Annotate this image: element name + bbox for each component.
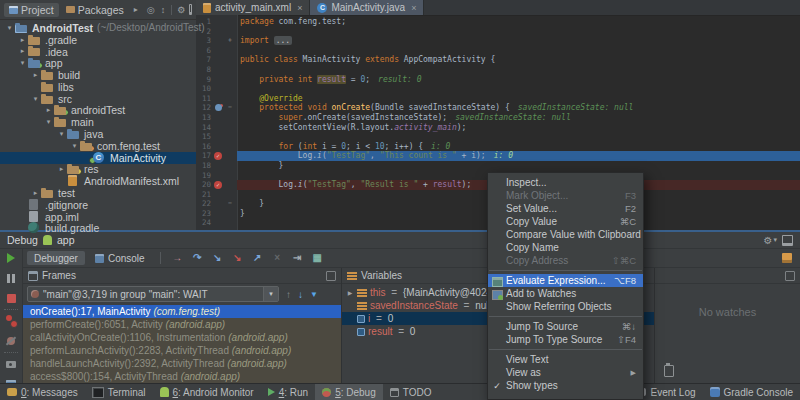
thread-dump-button[interactable] xyxy=(5,358,17,370)
editor-tab-activity-main-xml[interactable]: activity_main.xml × xyxy=(196,0,310,15)
tree-item-app-iml[interactable]: app.iml xyxy=(0,211,196,223)
tree-item-androidmanifest-xml[interactable]: AndroidManifest.xml xyxy=(0,175,196,187)
next-frame-button[interactable]: ↓ xyxy=(298,289,303,300)
float-panel-icon[interactable] xyxy=(326,271,336,281)
class-icon xyxy=(93,153,106,163)
previous-frame-button[interactable]: ↑ xyxy=(286,289,291,300)
step-into-button[interactable]: ↘ xyxy=(209,251,226,265)
project-view-icon xyxy=(9,6,18,14)
view-breakpoints-button[interactable] xyxy=(5,315,17,327)
run-to-cursor-button[interactable]: ⇥ xyxy=(289,251,306,265)
evaluate-expression-button[interactable]: ▦ xyxy=(309,251,326,265)
restore-layout-icon[interactable] xyxy=(782,253,792,263)
debug-icon xyxy=(322,388,331,397)
drop-frame-button[interactable]: × xyxy=(269,251,286,265)
toolbar-divider xyxy=(160,252,161,264)
float-panel-icon[interactable] xyxy=(785,271,795,281)
tree-item-build-gradle[interactable]: build.gradle xyxy=(0,223,196,235)
gear-icon[interactable]: ⚙ xyxy=(175,5,187,15)
strip-separator xyxy=(4,309,18,310)
object-icon xyxy=(357,302,367,310)
tree-item-gradle[interactable]: ▸.gradle xyxy=(0,34,196,46)
tree-item-build[interactable]: ▸build xyxy=(0,69,196,81)
tree-item-mainactivity[interactable]: MainActivity xyxy=(0,152,196,164)
tree-item-androidtest[interactable]: ▾AndroidTest (~/Desktop/AndroidTest) xyxy=(0,22,196,34)
run-icon xyxy=(268,388,275,396)
android-icon xyxy=(43,235,52,245)
statusbar-item-gradle-console[interactable]: Gradle Console xyxy=(703,384,800,400)
step-over-button[interactable]: ↷ xyxy=(189,251,206,265)
pause-program-button[interactable] xyxy=(5,272,17,284)
filter-frames-icon[interactable]: ▼ xyxy=(310,290,318,299)
menu-item-compare-value-with-clipboard[interactable]: Compare Value with Clipboard xyxy=(488,228,643,241)
code-line-13: 13 super.onCreate(savedInstanceState);sa… xyxy=(196,113,800,123)
statusbar-item-4-run[interactable]: 4: Run xyxy=(261,384,315,400)
menu-separator xyxy=(489,316,642,317)
statusbar-item-5-debug[interactable]: 5: Debug xyxy=(315,384,383,400)
statusbar-item-6-android-monitor[interactable]: 6: Android Monitor xyxy=(153,384,261,400)
paste-watch-icon[interactable] xyxy=(664,365,674,377)
force-step-into-button[interactable]: ↘ xyxy=(229,251,246,265)
frame-row[interactable]: performCreate():6051, Activity (android.… xyxy=(23,318,341,331)
tab-console[interactable]: Console xyxy=(88,251,152,265)
tree-item-test[interactable]: ▸test xyxy=(0,187,196,199)
menu-item-copy-name[interactable]: Copy Name xyxy=(488,241,643,254)
thread-selector[interactable]: "main"@3,719 in group "main": WAIT ▾ xyxy=(27,286,279,302)
tree-item-main[interactable]: ▾main xyxy=(0,116,196,128)
hide-panel-icon[interactable] xyxy=(189,4,192,15)
debug-app-label: app xyxy=(57,234,75,246)
tab-packages[interactable]: Packages xyxy=(61,3,129,17)
editor-tab-mainactivity-java[interactable]: MainActivity.java × xyxy=(310,0,424,15)
stop-button[interactable] xyxy=(5,292,17,304)
hide-debug-panel-icon[interactable] xyxy=(782,235,793,246)
tree-item-libs[interactable]: libs xyxy=(0,81,196,93)
frame-row[interactable]: performLaunchActivity():2283, ActivityTh… xyxy=(23,344,341,357)
frame-row[interactable]: access$800():154, ActivityThread (androi… xyxy=(23,370,341,383)
menu-item-copy-value[interactable]: Copy Value⌘C xyxy=(488,215,643,228)
tab-project[interactable]: Project xyxy=(4,3,59,17)
code-line-12: 12− protected void onCreate(Bundle saved… xyxy=(196,103,800,113)
code-line-17: 17 Log.i("TestTag", "This count is " + i… xyxy=(196,151,800,161)
tree-item-java[interactable]: ▾java xyxy=(0,128,196,140)
menu-item-jump-to-type-source[interactable]: Jump To Type Source⇧F4 xyxy=(488,333,643,346)
step-out-button[interactable]: ↗ xyxy=(249,251,266,265)
locate-file-icon[interactable]: ◎ xyxy=(145,5,157,15)
menu-item-show-referring-objects[interactable]: Show Referring Objects xyxy=(488,300,643,313)
menu-item-view-text[interactable]: View Text xyxy=(488,353,643,366)
status-bar: 0: MessagesTerminal6: Android Monitor4: … xyxy=(0,383,800,400)
close-icon[interactable]: × xyxy=(411,3,416,13)
debugger-side-toolbar: » xyxy=(0,249,23,384)
tree-item-com-feng-test[interactable]: ▾com.feng.test xyxy=(0,140,196,152)
tab-debugger[interactable]: Debugger xyxy=(27,251,85,265)
check-icon: ✓ xyxy=(488,381,506,391)
tree-item-idea[interactable]: ▸.idea xyxy=(0,46,196,58)
breakpoint-icon[interactable] xyxy=(212,151,225,161)
menu-item-view-as[interactable]: View as▶ xyxy=(488,366,643,379)
tree-item-app[interactable]: ▾app xyxy=(0,57,196,69)
tree-item-androidtest[interactable]: ▸androidTest xyxy=(0,105,196,117)
tree-item-src[interactable]: ▾src xyxy=(0,93,196,105)
menu-item-set-value[interactable]: Set Value...F2 xyxy=(488,202,643,215)
statusbar-item-0-messages[interactable]: 0: Messages xyxy=(0,384,85,400)
expand-collapse-icon[interactable]: ↕ xyxy=(159,5,168,15)
tree-item-gitignore[interactable]: .gitignore xyxy=(0,199,196,211)
menu-item-show-types[interactable]: ✓Show types xyxy=(488,379,643,392)
statusbar-item-todo[interactable]: TODO xyxy=(383,384,439,400)
folder-icon xyxy=(54,105,67,115)
frame-row[interactable]: onCreate():17, MainActivity (com.feng.te… xyxy=(23,305,341,318)
tree-item-res[interactable]: ▸res xyxy=(0,164,196,176)
mute-breakpoints-button[interactable] xyxy=(5,335,17,347)
menu-item-evaluate-expression[interactable]: Evaluate Expression...⌥F8 xyxy=(488,274,643,287)
show-execution-point-button[interactable]: → xyxy=(169,251,186,265)
menu-item-inspect[interactable]: Inspect... xyxy=(488,176,643,189)
menu-item-jump-to-source[interactable]: Jump To Source⌘↓ xyxy=(488,320,643,333)
object-icon xyxy=(357,289,367,297)
statusbar-item-terminal[interactable]: Terminal xyxy=(85,384,153,400)
breakpoint-icon[interactable] xyxy=(212,180,225,190)
resume-program-button[interactable] xyxy=(5,252,17,264)
close-icon[interactable]: × xyxy=(297,3,302,13)
settings-gear-icon[interactable]: ⚙▾ xyxy=(764,235,777,246)
frame-row[interactable]: callActivityOnCreate():1106, Instrumenta… xyxy=(23,331,341,344)
menu-item-add-to-watches[interactable]: Add to Watches xyxy=(488,287,643,300)
frame-row[interactable]: handleLaunchActivity():2392, ActivityThr… xyxy=(23,357,341,370)
